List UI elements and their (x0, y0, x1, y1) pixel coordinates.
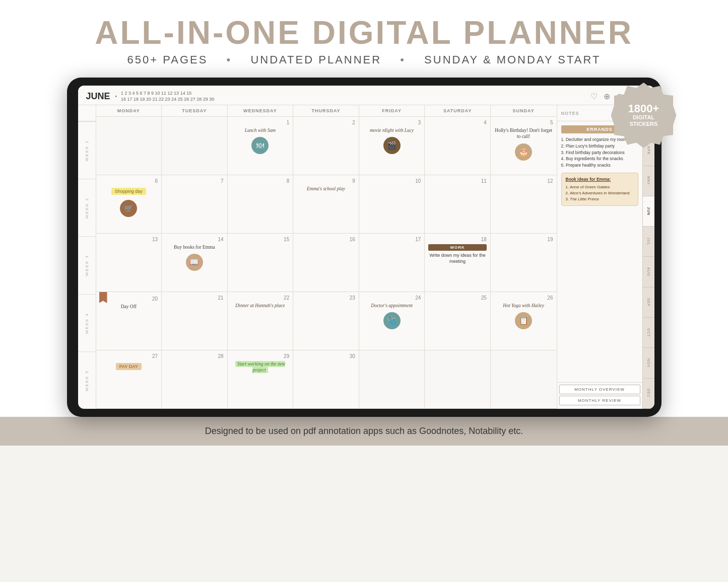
cell-w1-fri: 3 movie nIight with Lucy 🎬 (359, 117, 425, 175)
header-monday: MONDAY (96, 105, 162, 116)
cell-date: 4 (428, 120, 487, 125)
header-saturday: SATURDAY (425, 105, 491, 116)
cell-buy-books: Buy books for Emma (165, 244, 224, 250)
cell-w3-wed: 15 (228, 234, 294, 292)
cell-icon-fork: 🍽 (231, 135, 290, 156)
tab-dec[interactable]: DEC (643, 379, 654, 409)
cell-w2-mon: 6 Shopping day 🛒 (96, 175, 162, 233)
day-headers: MONDAY TUESDAY WEDNESDAY THURSDAY FRIDAY… (96, 105, 557, 117)
badge-number: 1800+ (628, 103, 659, 114)
tablet-container: 1800+ DIGITAL STICKERS JUNE • 1 2 3 4 5 … (0, 72, 728, 417)
cell-w2-sun: 12 (491, 175, 557, 233)
week-label-3: WEEK 3 (78, 236, 96, 294)
week-row-2: 6 Shopping day 🛒 7 8 (96, 175, 557, 234)
cell-w4-wed: 22 Dinner at Hannah's place (228, 292, 294, 350)
book-icon: 📖 (186, 254, 203, 271)
header-wednesday: WEDNESDAY (228, 105, 294, 116)
subtitle-pages: 650+ PAGES (127, 53, 208, 66)
highlight-green: Start working on the new project (235, 361, 286, 373)
cell-date: 21 (165, 295, 224, 301)
week-row-5: 27 PAY DAY 28 29 Start working on the ne… (96, 350, 557, 409)
badge-line2: STICKERS (630, 121, 658, 127)
cell-date: 20 (100, 296, 158, 302)
cell-date: 17 (363, 237, 421, 242)
notes-content: ERRANDS 1. Declutter and organize my roo… (557, 121, 642, 382)
header-tuesday: TUESDAY (162, 105, 228, 116)
cell-w3-tue: 14 Buy books for Emma 📖 (162, 234, 228, 292)
cell-date: 26 (494, 295, 553, 301)
cell-date: 13 (100, 237, 158, 242)
tab-sep[interactable]: SEP (643, 287, 654, 318)
month-dot: • (115, 94, 117, 99)
tablet-screen: JUNE • 1 2 3 4 5 6 7 8 9 10 11 12 13 14 … (78, 86, 654, 409)
cell-icon-movie: 🎬 (363, 135, 421, 156)
date-row-2: 16 17 18 19 20 21 22 23 24 25 26 27 28 2… (121, 97, 214, 102)
week-row-4: 20 Day Off 21 22 Dinner at Hannah's plac… (96, 292, 557, 350)
cart-icon: 🛒 (120, 200, 137, 217)
header-friday: FRIDAY (359, 105, 425, 116)
cell-date: 2 (297, 120, 355, 125)
cell-date: 12 (494, 178, 553, 184)
dumbbell-icon: ⊕ (604, 92, 610, 101)
cell-w5-sun (491, 350, 557, 408)
cell-event-emma-play: Emma's school play (297, 186, 355, 192)
cell-w5-fri (359, 350, 425, 408)
cell-w4-sat: 25 (425, 292, 491, 350)
cell-w3-mon: 13 (96, 234, 162, 292)
cell-w2-fri: 10 (359, 175, 425, 233)
tab-may[interactable]: MAY (643, 166, 654, 196)
cell-event-movie: movie nIight with Lucy (363, 127, 421, 133)
subtitle-start: SUNDAY & MONDAY START (424, 53, 601, 66)
errand-3: 3. Find birthday party decorations (561, 150, 638, 156)
cell-birthday: Holly's Birthday! Don't forget to call! (494, 127, 553, 140)
cell-icon-cake: 🎂 (494, 142, 553, 162)
cell-w2-sat: 11 (425, 175, 491, 233)
tab-aug[interactable]: AUG (643, 257, 654, 287)
week-label-spacer (78, 105, 96, 121)
cell-yoga: Hot Yoga with Hailey (494, 303, 553, 309)
cell-w2-tue: 7 (162, 175, 228, 233)
cell-date: 11 (428, 178, 487, 184)
cell-date: 22 (231, 295, 290, 301)
cell-w1-wed: 1 Lunch with Sam 🍽 (228, 117, 294, 175)
cell-date: 14 (165, 237, 224, 242)
book-1: 1. Anne of Green Gables (566, 184, 634, 190)
book-ideas-title: Book ideas for Emma: (566, 176, 634, 183)
dot1: • (227, 53, 232, 66)
cell-work-text: Write down my ideas for the meeting (428, 253, 487, 264)
book-3: 3. The Little Prince (566, 196, 634, 202)
book-2: 2. Alice's Adventures in Wonderland (566, 190, 634, 196)
tab-oct[interactable]: OCT (643, 318, 654, 348)
cell-w1-sun: 5 Holly's Birthday! Don't forget to call… (491, 117, 557, 175)
tab-nov[interactable]: NOV (643, 348, 654, 378)
book-ideas-note: Book ideas for Emma: 1. Anne of Green Ga… (561, 173, 638, 206)
tag-shopping: Shopping day (100, 186, 158, 196)
cell-w1-thu: 2 (293, 117, 359, 175)
week-row-3: 13 14 Buy books for Emma 📖 15 (96, 234, 557, 292)
tablet-device: 1800+ DIGITAL STICKERS JUNE • 1 2 3 4 5 … (67, 78, 661, 417)
monthly-overview-btn[interactable]: MONTHLY OVERVIEW (559, 385, 640, 394)
badge-line1: DIGITAL (633, 114, 654, 121)
tab-jun[interactable]: JUN (643, 196, 654, 227)
calendar-body: WEEK 1 WEEK 2 WEEK 3 WEEK 4 WEEK 5 MONDA… (78, 105, 654, 409)
cell-w4-fri: 24 Doctor's appointment 🩺 (359, 292, 425, 350)
page-title: ALL-IN-ONE DIGITAL PLANNER (0, 14, 728, 51)
stethoscope-icon: 🩺 (383, 312, 401, 329)
cell-new-project: Start working on the new project (231, 361, 290, 374)
errand-5: 5. Prepare healthy snacks (561, 162, 638, 169)
bottom-buttons: MONTHLY OVERVIEW MONTHLY REVIEW (557, 382, 642, 409)
cell-date: 29 (231, 353, 290, 359)
cell-event-lunch: Lunch with Sam (231, 127, 290, 133)
tab-jul[interactable]: JUL (643, 227, 654, 257)
work-banner: WORK (428, 244, 487, 251)
cell-date: 19 (494, 237, 553, 242)
cell-date: 3 (363, 120, 421, 125)
cell-w1-mon (96, 117, 162, 175)
heart-icon: ♡ (590, 92, 598, 101)
cell-w1-sat: 4 (425, 117, 491, 175)
cell-w5-sat (425, 350, 491, 408)
cell-doctor: Doctor's appointment (363, 303, 421, 309)
monthly-review-btn[interactable]: MONTHLY REVIEW (559, 396, 640, 405)
week-labels: WEEK 1 WEEK 2 WEEK 3 WEEK 4 WEEK 5 (78, 105, 96, 409)
date-row-1: 1 2 3 4 5 6 7 8 9 10 11 12 13 14 15 (121, 91, 214, 96)
